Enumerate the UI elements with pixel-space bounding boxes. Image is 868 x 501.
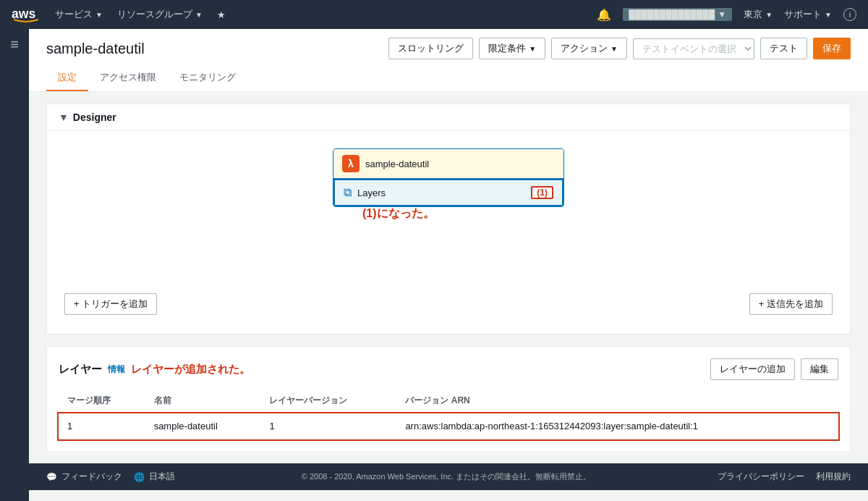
copyright-text: © 2008 - 2020, Amazon Web Services, Inc.…	[302, 471, 591, 482]
nav-favorites[interactable]: ★	[217, 9, 226, 20]
save-button[interactable]: 保存	[813, 38, 851, 59]
function-name: sample-dateutil	[365, 159, 429, 169]
bell-icon[interactable]: 🔔	[597, 8, 611, 22]
aws-svg-logo: aws	[12, 6, 41, 23]
nav-support-chevron: ▼	[825, 11, 832, 19]
globe-icon: 🌐	[134, 472, 145, 482]
table-cell: sample-dateutil	[145, 413, 261, 439]
layers-section: レイヤー 情報 レイヤーが追加された。 レイヤーの追加 編集 マージ順序 名前	[46, 346, 851, 452]
section-actions: レイヤーの追加 編集	[710, 358, 838, 380]
star-icon: ★	[217, 9, 226, 20]
diagram-annotation: (1)になった。	[362, 206, 435, 222]
tab-settings[interactable]: 設定	[46, 65, 88, 91]
tabs: 設定 アクセス権限 モニタリング	[46, 65, 851, 91]
col-merge-order: マージ順序	[59, 389, 145, 413]
page-header-top: sample-dateutil スロットリング 限定条件 ▼ アクション ▼ テ…	[46, 38, 851, 59]
language-selector[interactable]: 🌐 日本語	[134, 471, 175, 483]
add-layer-button[interactable]: レイヤーの追加	[710, 358, 795, 380]
footer: 💬 フィードバック 🌐 日本語 © 2008 - 2020, Amazon We…	[29, 463, 868, 490]
main-content: sample-dateutil スロットリング 限定条件 ▼ アクション ▼ テ…	[29, 29, 868, 501]
layers-icon: ⧉	[344, 186, 352, 199]
nav-right: 🔔 ██████████████ ▼ 東京 ▼ サポート ▼ i	[597, 8, 856, 22]
footer-left: 💬 フィードバック 🌐 日本語	[46, 471, 175, 483]
header-actions: スロットリング 限定条件 ▼ アクション ▼ テストイベントの選択 テスト 保存	[388, 38, 851, 59]
designer-panel: ▼ Designer λ sample-dateutil	[46, 104, 851, 334]
chevron-down-icon: ▼	[59, 111, 69, 123]
action-label: アクション	[561, 42, 608, 55]
nav-resource-groups-label: リソースグループ	[117, 8, 192, 21]
edit-layer-button[interactable]: 編集	[801, 358, 838, 380]
language-label: 日本語	[149, 471, 175, 483]
layers-section-header: レイヤー 情報 レイヤーが追加された。 レイヤーの追加 編集	[59, 358, 838, 380]
info-circle-icon[interactable]: i	[843, 8, 856, 21]
nav-services[interactable]: サービス ▼	[55, 8, 103, 21]
nav-services-label: サービス	[55, 8, 93, 21]
feedback-label: フィードバック	[61, 471, 122, 483]
col-layer-version: レイヤーバージョン	[260, 389, 396, 413]
nav-region-chevron: ▼	[765, 11, 773, 19]
function-box: λ sample-dateutil ⧉ Layers (1)	[333, 148, 564, 207]
function-box-wrapper: λ sample-dateutil ⧉ Layers (1)	[333, 148, 564, 207]
add-trigger-button[interactable]: + トリガーを追加	[64, 293, 157, 315]
layers-table-body: 1sample-dateutil1arn:aws:lambda:ap-north…	[59, 413, 838, 439]
svg-text:aws: aws	[12, 7, 35, 21]
layers-section-title: レイヤー 情報 レイヤーが追加された。	[59, 363, 250, 376]
tab-access[interactable]: アクセス権限	[88, 65, 168, 91]
table-cell: 1	[260, 413, 396, 439]
add-destination-button[interactable]: + 送信先を追加	[749, 293, 833, 315]
function-box-title: λ sample-dateutil	[333, 149, 563, 179]
diagram-annotation-text: (1)になった。	[362, 207, 435, 219]
layers-row[interactable]: ⧉ Layers (1)	[333, 179, 563, 206]
layout: ≡ sample-dateutil スロットリング 限定条件 ▼ アクション ▼	[0, 29, 868, 501]
designer-diagram: λ sample-dateutil ⧉ Layers (1)	[59, 148, 838, 315]
nav-support-label: サポート	[784, 8, 822, 21]
limited-condition-label: 限定条件	[488, 42, 526, 55]
test-button[interactable]: テスト	[760, 38, 807, 59]
privacy-policy-link[interactable]: プライバシーポリシー	[718, 471, 804, 483]
nav-region-label: 東京	[744, 8, 762, 21]
table-cell: arn:aws:lambda:ap-northeast-1:1653124420…	[396, 413, 838, 439]
terms-link[interactable]: 利用規約	[816, 471, 851, 483]
table-row: 1sample-dateutil1arn:aws:lambda:ap-north…	[59, 413, 838, 439]
body-area: ▼ Designer λ sample-dateutil	[29, 92, 868, 463]
designer-panel-header[interactable]: ▼ Designer	[47, 104, 850, 131]
feedback-button[interactable]: 💬 フィードバック	[46, 471, 122, 483]
layers-section-title-text: レイヤー	[59, 363, 102, 376]
table-annotation: レイヤーが追加された。	[131, 363, 250, 376]
lambda-icon: λ	[342, 155, 359, 172]
action-button[interactable]: アクション ▼	[551, 38, 627, 59]
page-title: sample-dateutil	[46, 41, 145, 57]
menu-icon[interactable]: ≡	[10, 36, 19, 53]
col-version-arn: バージョン ARN	[396, 389, 838, 413]
nav-region[interactable]: 東京 ▼	[744, 8, 773, 21]
layers-table: マージ順序 名前 レイヤーバージョン バージョン ARN 1sample-dat…	[59, 389, 838, 439]
nav-resource-groups[interactable]: リソースグループ ▼	[117, 8, 203, 21]
nav-user-chevron: ▼	[718, 9, 726, 20]
table-header-row: マージ順序 名前 レイヤーバージョン バージョン ARN	[59, 389, 838, 413]
aws-logo[interactable]: aws	[12, 6, 41, 23]
throttling-button[interactable]: スロットリング	[388, 38, 473, 59]
tab-monitoring[interactable]: モニタリング	[168, 65, 247, 91]
limited-condition-button[interactable]: 限定条件 ▼	[479, 38, 545, 59]
table-cell: 1	[59, 413, 145, 439]
nav-resource-groups-chevron: ▼	[195, 11, 203, 19]
sidebar: ≡	[0, 29, 29, 501]
nav-user-menu[interactable]: ██████████████ ▼	[623, 8, 732, 21]
designer-title: Designer	[73, 111, 116, 123]
test-event-select[interactable]: テストイベントの選択	[633, 38, 754, 59]
nav-user-label: ██████████████	[629, 9, 715, 20]
col-name: 名前	[145, 389, 261, 413]
layers-info-link[interactable]: 情報	[108, 363, 125, 376]
limited-condition-chevron: ▼	[529, 45, 536, 53]
table-header: マージ順序 名前 レイヤーバージョン バージョン ARN	[59, 389, 838, 413]
nav-services-chevron: ▼	[95, 11, 103, 19]
layers-label: Layers	[357, 188, 386, 198]
diagram-actions: + トリガーを追加 + 送信先を追加	[59, 293, 838, 315]
page-header: sample-dateutil スロットリング 限定条件 ▼ アクション ▼ テ…	[29, 29, 868, 92]
layers-count-badge: (1)	[531, 186, 553, 199]
nav-support[interactable]: サポート ▼	[784, 8, 832, 21]
chat-icon: 💬	[46, 472, 57, 482]
top-nav: aws サービス ▼ リソースグループ ▼ ★ 🔔 ██████████████…	[0, 0, 868, 29]
footer-right: プライバシーポリシー 利用規約	[718, 471, 851, 483]
designer-panel-content: λ sample-dateutil ⧉ Layers (1)	[47, 131, 850, 334]
